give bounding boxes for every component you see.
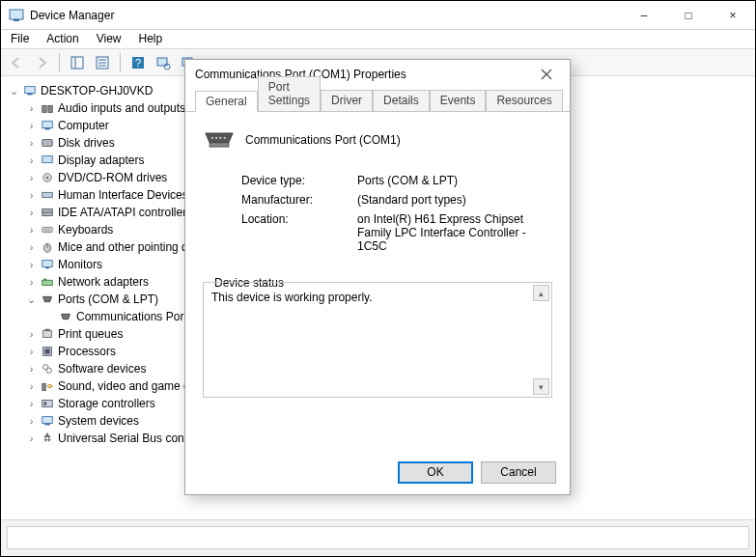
chevron-right-icon[interactable]: › [24, 223, 39, 237]
chevron-right-icon[interactable]: › [24, 171, 39, 185]
category-icon [39, 222, 56, 237]
svg-rect-13 [25, 87, 36, 94]
back-button [5, 52, 28, 73]
device-status-text: This device is working properly. [211, 291, 373, 304]
svg-rect-23 [42, 192, 53, 197]
show-hide-tree-button[interactable] [66, 52, 89, 73]
menu-help[interactable]: Help [137, 32, 165, 48]
chevron-right-icon[interactable]: › [24, 206, 39, 220]
help-toolbar-button[interactable]: ? [126, 52, 150, 73]
minimize-button[interactable]: – [622, 1, 666, 30]
forward-button [30, 52, 53, 73]
menu-action[interactable]: Action [44, 32, 80, 48]
svg-rect-15 [42, 105, 46, 112]
svg-point-52 [215, 137, 217, 139]
chevron-right-icon[interactable]: › [24, 258, 39, 272]
tab-general[interactable]: General [195, 91, 258, 112]
tree-item-label: DVD/CD-ROM drives [56, 171, 167, 184]
svg-rect-37 [43, 331, 52, 338]
tree-item-label: Computer [56, 119, 109, 132]
tree-item-label: Disk drives [56, 136, 115, 150]
svg-rect-32 [45, 267, 49, 269]
svg-rect-48 [46, 433, 48, 437]
svg-rect-1 [14, 19, 19, 21]
dialog-close-button[interactable] [533, 61, 560, 88]
cancel-button[interactable]: Cancel [481, 461, 556, 484]
svg-rect-45 [44, 402, 47, 405]
maximize-button[interactable]: □ [666, 1, 711, 30]
menu-view[interactable]: View [95, 32, 124, 48]
chevron-right-icon[interactable]: › [24, 414, 39, 429]
dialog-body: Communications Port (COM1) Device type: … [185, 112, 570, 450]
category-icon [39, 378, 56, 394]
computer-icon [21, 83, 39, 98]
svg-rect-18 [44, 128, 49, 130]
svg-rect-16 [48, 105, 52, 112]
chevron-right-icon[interactable]: › [24, 432, 39, 446]
svg-rect-2 [71, 57, 83, 69]
tree-item-label: Display adapters [56, 153, 144, 167]
category-icon [39, 100, 56, 116]
tab-events[interactable]: Events [430, 90, 487, 111]
tab-driver[interactable]: Driver [321, 90, 373, 111]
scroll-down-button[interactable]: ▾ [533, 378, 549, 395]
chevron-right-icon[interactable]: › [24, 101, 39, 116]
tree-item-label: Monitors [56, 258, 102, 271]
menu-file[interactable]: File [9, 32, 31, 48]
tab-resources[interactable]: Resources [486, 90, 562, 111]
category-icon [39, 153, 56, 168]
scroll-up-button[interactable]: ▴ [533, 285, 549, 301]
location-label: Location: [241, 212, 357, 253]
chevron-right-icon[interactable]: › [24, 240, 39, 255]
category-icon [39, 205, 56, 220]
category-icon [39, 135, 56, 151]
chevron-right-icon[interactable]: › [24, 362, 39, 376]
chevron-right-icon[interactable]: › [24, 397, 39, 411]
tree-item-label: Software devices [56, 362, 146, 376]
chevron-right-icon[interactable]: › [24, 275, 39, 290]
port-icon [57, 309, 74, 324]
category-icon [39, 187, 56, 203]
svg-rect-20 [42, 156, 53, 163]
tree-item-label: Keyboards [56, 223, 113, 237]
ok-button[interactable]: OK [398, 461, 473, 484]
category-icon [39, 239, 56, 255]
tree-item-label: Audio inputs and outputs [56, 101, 185, 115]
svg-point-42 [46, 368, 51, 373]
chevron-right-icon[interactable]: › [24, 119, 39, 133]
chevron-down-icon[interactable]: ⌄ [24, 292, 39, 307]
tree-item-label: Storage controllers [56, 397, 155, 410]
chevron-right-icon[interactable]: › [24, 136, 39, 151]
manufacturer-label: Manufacturer: [241, 193, 357, 207]
svg-marker-49 [206, 133, 233, 143]
scan-hardware-button[interactable] [152, 52, 175, 73]
svg-rect-46 [42, 417, 53, 424]
svg-rect-26 [42, 227, 53, 232]
tab-details[interactable]: Details [373, 90, 430, 111]
chevron-down-icon[interactable]: ⌄ [7, 84, 21, 98]
chevron-right-icon[interactable]: › [24, 153, 39, 168]
tree-item-label: System devices [56, 414, 139, 428]
device-type-value: Ports (COM & LPT) [357, 174, 552, 187]
category-icon [39, 170, 56, 185]
properties-dialog: Communications Port (COM1) Properties Ge… [184, 59, 571, 495]
dialog-button-row: OK Cancel [185, 450, 570, 494]
svg-rect-44 [42, 401, 53, 407]
dialog-titlebar[interactable]: Communications Port (COM1) Properties [185, 60, 570, 89]
tree-item-label: Processors [56, 345, 116, 358]
svg-rect-17 [42, 122, 53, 128]
svg-rect-19 [42, 140, 53, 147]
svg-rect-50 [210, 143, 229, 147]
properties-toolbar-button[interactable] [91, 52, 114, 73]
tab-port-settings[interactable]: Port Settings [258, 76, 321, 111]
close-button[interactable]: × [711, 1, 755, 30]
chevron-right-icon[interactable]: › [24, 188, 39, 203]
chevron-right-icon[interactable]: › [24, 379, 39, 394]
chevron-right-icon[interactable]: › [24, 345, 39, 359]
tab-strip: General Port Settings Driver Details Eve… [185, 89, 570, 112]
chevron-right-icon[interactable]: › [24, 327, 39, 342]
tree-item-label: Human Interface Devices [56, 188, 188, 202]
device-status-box: This device is working properly. ▴ ▾ [203, 282, 552, 398]
device-type-label: Device type: [241, 174, 357, 187]
svg-rect-47 [44, 424, 49, 426]
